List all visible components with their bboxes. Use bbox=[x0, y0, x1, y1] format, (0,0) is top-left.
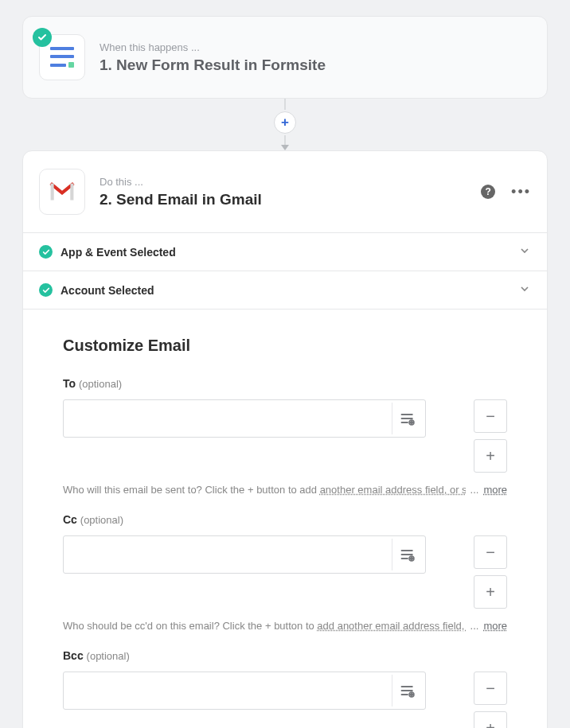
chevron-down-icon bbox=[518, 244, 531, 259]
to-input[interactable] bbox=[63, 399, 426, 438]
gmail-icon bbox=[39, 169, 85, 215]
step-connector: + bbox=[22, 99, 548, 150]
more-link[interactable]: more bbox=[483, 484, 507, 496]
section-label: Account Selected bbox=[61, 284, 154, 297]
check-icon bbox=[39, 283, 53, 297]
action-eyebrow: Do this ... bbox=[100, 176, 262, 188]
cc-label: Cc (optional) bbox=[63, 513, 507, 526]
insert-data-icon[interactable] bbox=[392, 539, 422, 570]
remove-field-button[interactable]: − bbox=[474, 672, 507, 705]
action-title: 2. Send Email in Gmail bbox=[100, 191, 262, 208]
section-app-event[interactable]: App & Event Selected bbox=[23, 232, 547, 271]
check-icon bbox=[39, 245, 53, 259]
remove-field-button[interactable]: − bbox=[474, 399, 507, 433]
arrow-down-icon bbox=[281, 145, 289, 150]
bcc-input[interactable] bbox=[63, 672, 426, 710]
section-account[interactable]: Account Selected bbox=[23, 271, 547, 309]
chevron-down-icon bbox=[518, 282, 531, 298]
more-link[interactable]: more bbox=[483, 620, 507, 632]
bcc-label: Bcc (optional) bbox=[63, 649, 507, 662]
check-icon bbox=[33, 28, 52, 47]
more-menu-icon[interactable]: ••• bbox=[511, 184, 531, 200]
to-help-text: Who will this email be sent to? Click th… bbox=[63, 484, 507, 496]
trigger-app-icon-wrap bbox=[39, 34, 85, 80]
action-step-card: Do this ... 2. Send Email in Gmail ? •••… bbox=[22, 150, 548, 728]
to-label: To (optional) bbox=[63, 377, 507, 390]
form-title: Customize Email bbox=[63, 337, 507, 355]
add-field-button[interactable]: + bbox=[474, 575, 507, 609]
add-step-button[interactable]: + bbox=[274, 111, 296, 134]
insert-data-icon[interactable] bbox=[392, 675, 422, 707]
remove-field-button[interactable]: − bbox=[474, 535, 507, 569]
add-field-button[interactable]: + bbox=[474, 439, 507, 473]
add-field-button[interactable]: + bbox=[474, 711, 507, 728]
insert-data-icon[interactable] bbox=[392, 403, 422, 434]
svg-rect-0 bbox=[51, 184, 54, 200]
cc-input[interactable] bbox=[63, 535, 426, 574]
section-label: App & Event Selected bbox=[61, 246, 176, 259]
trigger-eyebrow: When this happens ... bbox=[100, 41, 326, 53]
action-step-header[interactable]: Do this ... 2. Send Email in Gmail ? ••• bbox=[23, 151, 547, 232]
trigger-step-card[interactable]: When this happens ... 1. New Form Result… bbox=[22, 16, 548, 99]
cc-help-text: Who should be cc'd on this email? Click … bbox=[63, 620, 507, 632]
help-icon[interactable]: ? bbox=[481, 185, 495, 199]
svg-rect-1 bbox=[70, 184, 73, 200]
customize-email-form: Customize Email To (optional) bbox=[23, 309, 547, 728]
trigger-title: 1. New Form Result in Formsite bbox=[100, 56, 326, 74]
